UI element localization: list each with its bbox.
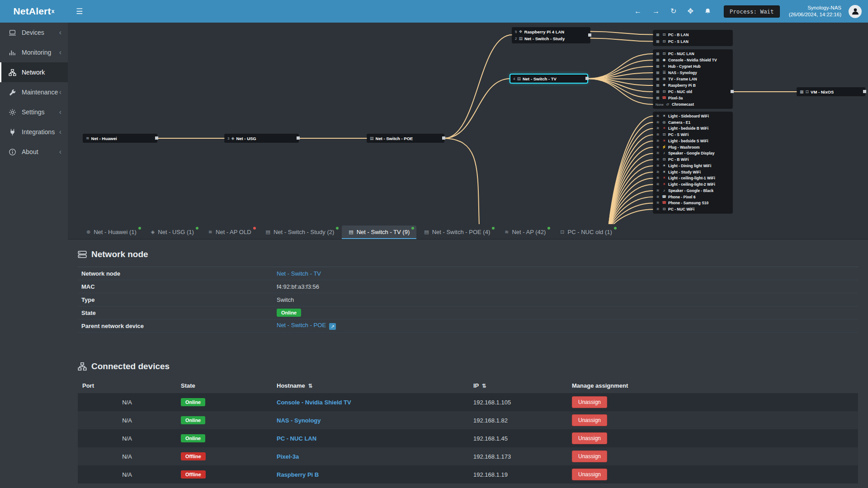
node-net-usg[interactable]: 3◈Net - USG [225, 134, 298, 142]
sidebar-item-about[interactable]: About‹ [0, 142, 68, 162]
node-vm-nixos[interactable]: ▦⊡VM - NixOS [797, 88, 865, 96]
device-label: Camera - E1 [668, 120, 690, 125]
topbar-nav-icons: ←→↻✥ [634, 8, 711, 15]
device-pixel-3a[interactable]: ▦☎Pixel-3a [656, 95, 730, 101]
eth-icon: ▦ [800, 90, 804, 94]
move-icon[interactable]: ✥ [687, 8, 693, 15]
app-logo[interactable]: NetAlertx [0, 0, 68, 23]
node-label: Net - Switch - POE [376, 136, 413, 141]
wifi-icon: ≋ [656, 176, 660, 180]
device-light-dining-light-wifi[interactable]: ≋☀Light - Dining light WiFi [656, 163, 730, 169]
device-console-nvidia-shield-tv[interactable]: ▦◉Console - Nvidia Shield TV [656, 57, 730, 63]
device-raspberry-pi-b[interactable]: ▦❖Raspberry Pi B [656, 82, 730, 89]
device-light-ceiling-light-2-wifi[interactable]: ≋☀Light - ceiling-light-2 WiFi [656, 181, 730, 188]
back-icon[interactable]: ← [634, 8, 642, 15]
device-pc-nuc-lan[interactable]: ▦⊡PC - NUC LAN [656, 51, 730, 57]
column-header-hostname[interactable]: Hostname ⇅ [272, 378, 469, 393]
device-light-sideboard-wifi[interactable]: ≋☀Light - Sideboard WiFi [656, 113, 730, 119]
sidebar-item-integrations[interactable]: Integrations‹ [0, 122, 68, 142]
external-link-icon[interactable]: ↗ [329, 323, 336, 330]
process-status-badge[interactable]: Process: Wait [724, 5, 780, 18]
unassign-button[interactable]: Unassign [572, 396, 607, 408]
hub-icon: ✳ [662, 65, 666, 68]
device-pc-b-lan[interactable]: ▦⊡PC - B LAN [656, 31, 730, 38]
hostname-link[interactable]: Pixel-3a [277, 453, 299, 460]
integrations-icon [9, 128, 18, 136]
tab-net-switch-tv-9[interactable]: ▤Net - Switch - TV (9) [342, 225, 416, 239]
device-light-ceiling-light-1-wifi[interactable]: ≋☀Light - ceiling-light-1 WiFi [656, 175, 730, 182]
device-camera-e1[interactable]: ≋◎Camera - E1 [656, 119, 730, 126]
column-header-ip[interactable]: IP ⇅ [469, 378, 567, 393]
unassign-button[interactable]: Unassign [572, 414, 607, 426]
phone-icon: ☎ [662, 96, 666, 100]
device-plug-washroom[interactable]: ≋⚡Plug - Washroom [656, 144, 730, 150]
menu-toggle[interactable]: ☰ [68, 7, 91, 16]
device-chromecast[interactable]: None▱Chromecast [656, 101, 730, 108]
forward-icon[interactable]: → [652, 8, 660, 15]
network-node-link[interactable]: Net - Switch - TV [277, 270, 321, 277]
tab-net-ap-42[interactable]: ≋Net - AP (42) [498, 225, 552, 239]
sidebar-item-label: About [22, 148, 59, 155]
device-pc-nuc-wifi[interactable]: ≋⊡PC - NUC WiFi [656, 206, 730, 212]
sidebar-item-settings[interactable]: Settings‹ [0, 102, 68, 122]
tab-net-ap-old[interactable]: ≋Net - AP OLD [202, 225, 258, 239]
device-tv-frame-lan[interactable]: ▦⊞TV - Frame LAN [656, 76, 730, 82]
network-node-title-row: Network node [78, 249, 858, 259]
settings-icon [9, 108, 18, 116]
tab-net-usg-1[interactable]: ◈Net - USG (1) [144, 225, 201, 239]
tab-net-switch-study-2[interactable]: ▤Net - Switch - Study (2) [259, 225, 341, 239]
info-label: Type [78, 296, 277, 303]
device-pc-s-wifi[interactable]: ≋⊡PC - S WiFi [656, 131, 730, 138]
device-pc-b-wifi[interactable]: ≋⊡PC - B WiFi [656, 156, 730, 163]
eth-icon: ▦ [656, 52, 660, 56]
node-net-switch-tv[interactable]: 4▤Net - Switch - TV [510, 75, 587, 83]
connector-square [588, 33, 591, 37]
hostname-link[interactable]: NAS - Synology [277, 417, 321, 424]
sort-icon[interactable]: ⇅ [308, 383, 312, 389]
pc-icon: ⊡ [806, 90, 809, 94]
node-net-switch-poe[interactable]: ▤Net - Switch - POE [367, 134, 444, 142]
node-raspberry-pi-4-lan[interactable]: 5❖Raspberry Pi 4 LAN [512, 28, 590, 35]
node-label: Net - Switch - Study [524, 36, 565, 41]
unassign-button[interactable]: Unassign [572, 469, 607, 480]
refresh-icon[interactable]: ↻ [670, 8, 676, 15]
hostname-link[interactable]: Console - Nvidia Shield TV [277, 399, 351, 406]
user-avatar[interactable] [849, 5, 862, 18]
device-hub-cygnet-hub[interactable]: ▦✳Hub - Cygnet Hub [656, 63, 730, 70]
unassign-button[interactable]: Unassign [572, 450, 607, 462]
device-speaker-google-black[interactable]: ≋♪Speaker - Google - Black [656, 188, 730, 194]
unassign-button[interactable]: Unassign [572, 432, 607, 444]
sidebar-item-monitoring[interactable]: Monitoring‹ [0, 42, 68, 62]
hostname-link[interactable]: PC - NUC LAN [277, 435, 316, 442]
device-phone-pixel-6[interactable]: ≋☎Phone - Pixel 6 [656, 194, 730, 200]
tab-pc-nuc-old-1[interactable]: ⊡PC - NUC old (1) [553, 225, 618, 239]
device-light-study-wifi[interactable]: ≋☀Light - Study WiFi [656, 169, 730, 175]
sitemap-icon [78, 362, 87, 371]
bell-icon[interactable] [704, 8, 711, 15]
device-light-bedside-b-wifi[interactable]: ≋☀Light - bedside B WiFi [656, 126, 730, 132]
action-cell: Unassign [567, 429, 858, 447]
node-net-huawei[interactable]: ≋Net - Huawei [83, 134, 157, 142]
info-row-parent-network-device: Parent network deviceNet - Switch - POE↗ [78, 319, 858, 333]
device-pc-nuc-old[interactable]: ▦⊡PC - NUC old [656, 89, 730, 95]
device-nas-synology[interactable]: ▦☰NAS - Synology [656, 70, 730, 76]
device-pc-s-lan[interactable]: ▦⊡PC - S LAN [656, 38, 730, 45]
hostname-link[interactable]: Raspberry Pi B [277, 471, 319, 478]
tab-net-huawei-1[interactable]: ⊕Net - Huawei (1) [80, 225, 143, 239]
sidebar-item-network[interactable]: Network [0, 62, 68, 82]
parent-node-link[interactable]: Net - Switch - POE [277, 322, 326, 328]
node-net-switch-study[interactable]: 2▤Net - Switch - Study [512, 35, 590, 42]
tab-net-switch-poe-4[interactable]: ▤Net - Switch - POE (4) [417, 225, 497, 239]
device-speaker-google-display[interactable]: ≋♪Speaker - Google Display [656, 150, 730, 157]
sidebar-item-devices[interactable]: Devices‹ [0, 23, 68, 42]
device-phone-samsung-s10[interactable]: ≋☎Phone - Samsung S10 [656, 200, 730, 206]
wifi-icon: ≋ [656, 195, 660, 199]
status-dot-green [614, 227, 617, 230]
sidebar-item-maintenance[interactable]: Maintenance‹ [0, 82, 68, 102]
device-light-bedside-s-wifi[interactable]: ≋☀Light - bedside S WiFi [656, 138, 730, 144]
sort-icon[interactable]: ⇅ [482, 383, 486, 389]
action-cell: Unassign [567, 393, 858, 411]
device-label: PC - S LAN [668, 39, 689, 44]
info-value: Net - Switch - TV [277, 270, 321, 277]
state-badge: Online [277, 309, 301, 317]
